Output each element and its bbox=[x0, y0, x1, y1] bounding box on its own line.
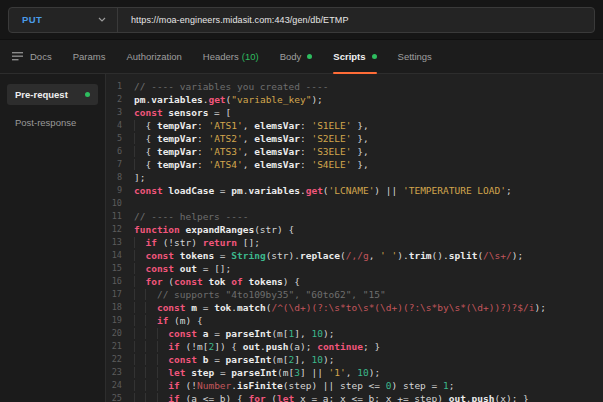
line-number: 20 bbox=[106, 327, 122, 340]
line-number: 13 bbox=[106, 236, 122, 249]
code-text: { tempVar: 'ATS1', elemsVar: 'S1ELE' }, bbox=[134, 119, 369, 132]
code-line: 23 let step = parseInt(m[3] || '1', 10); bbox=[106, 366, 603, 379]
line-number: 4 bbox=[106, 119, 122, 132]
line-number: 21 bbox=[106, 340, 122, 353]
green-dot-indicator bbox=[372, 54, 377, 59]
code-line: 3const sensors = [ bbox=[106, 106, 603, 119]
code-editor[interactable]: 1// ---- variables you created ----2pm.v… bbox=[106, 74, 603, 402]
line-number: 7 bbox=[106, 158, 122, 171]
method-selector[interactable]: PUT bbox=[9, 8, 117, 32]
line-number: 14 bbox=[106, 249, 122, 262]
line-number: 25 bbox=[106, 392, 122, 402]
code-line: 20 const a = parseInt(m[1], 10); bbox=[106, 327, 603, 340]
green-dot-indicator bbox=[307, 54, 312, 59]
line-number: 6 bbox=[106, 145, 122, 158]
tab-params[interactable]: Params bbox=[73, 40, 106, 73]
code-line: 5 { tempVar: 'ATS2', elemsVar: 'S2ELE' }… bbox=[106, 132, 603, 145]
code-text: const b = parseInt(m[2], 10); bbox=[134, 353, 334, 366]
docs-icon bbox=[12, 52, 23, 61]
scripts-sidebar: Pre-requestPost-response bbox=[0, 74, 106, 402]
code-text: const out = []; bbox=[134, 262, 231, 275]
line-number: 5 bbox=[106, 132, 122, 145]
tab-label: Authorization bbox=[126, 51, 181, 62]
line-number: 18 bbox=[106, 301, 122, 314]
scripts-panel: Pre-requestPost-response 1// ---- variab… bbox=[0, 74, 603, 402]
code-line: 14 const tokens = String(str).replace(/,… bbox=[106, 249, 603, 262]
sidebar-item-pre-request[interactable]: Pre-request bbox=[7, 84, 98, 105]
headers-count-badge: (10) bbox=[242, 51, 259, 62]
code-text: // ---- helpers ---- bbox=[134, 210, 248, 223]
line-number: 19 bbox=[106, 314, 122, 327]
code-line: 15 const out = []; bbox=[106, 262, 603, 275]
line-number: 12 bbox=[106, 223, 122, 236]
code-line: 9const loadCase = pm.variables.get('LCNA… bbox=[106, 184, 603, 197]
code-text: // ---- variables you created ---- bbox=[134, 80, 328, 93]
line-number: 24 bbox=[106, 379, 122, 392]
code-text: if (m) { bbox=[134, 314, 203, 327]
code-line: 6 { tempVar: 'ATS3', elemsVar: 'S3ELE' }… bbox=[106, 145, 603, 158]
code-line: 25 if (a <= b) { for (let x = a; x <= b;… bbox=[106, 392, 603, 402]
code-text: if (!Number.isFinite(step) || step <= 0)… bbox=[134, 379, 454, 392]
code-text: { tempVar: 'ATS4', elemsVar: 'S4ELE' }, bbox=[134, 158, 369, 171]
code-text: if (a <= b) { for (let x = a; x <= b; x … bbox=[134, 392, 529, 402]
tab-scripts[interactable]: Scripts bbox=[333, 40, 376, 73]
line-number: 1 bbox=[106, 80, 122, 93]
code-line: 1// ---- variables you created ---- bbox=[106, 80, 603, 93]
code-line: 8]; bbox=[106, 171, 603, 184]
code-text: if (!m[2]) { out.push(a); continue; } bbox=[134, 340, 380, 353]
code-text: const tokens = String(str).replace(/,/g,… bbox=[134, 249, 523, 262]
code-text: ]; bbox=[134, 171, 145, 184]
postman-window: PUT https://moa-engineers.midasit.com:44… bbox=[0, 0, 603, 402]
code-line: 7 { tempVar: 'ATS4', elemsVar: 'S4ELE' }… bbox=[106, 158, 603, 171]
line-number: 22 bbox=[106, 353, 122, 366]
code-line: 11// ---- helpers ---- bbox=[106, 210, 603, 223]
url-input[interactable]: https://moa-engineers.midasit.com:443/ge… bbox=[118, 15, 594, 25]
code-text: if (!str) return []; bbox=[134, 236, 260, 249]
tab-docs[interactable]: Docs bbox=[12, 40, 52, 73]
line-number: 11 bbox=[106, 210, 122, 223]
code-text: pm.variables.get("variable_key"); bbox=[134, 93, 323, 106]
code-text: const loadCase = pm.variables.get('LCNAM… bbox=[134, 184, 512, 197]
request-bar: PUT https://moa-engineers.midasit.com:44… bbox=[8, 7, 595, 33]
code-text: for (const tok of tokens) { bbox=[134, 275, 300, 288]
code-line: 16 for (const tok of tokens) { bbox=[106, 275, 603, 288]
line-number: 3 bbox=[106, 106, 122, 119]
tab-label: Scripts bbox=[333, 51, 365, 62]
code-line: 10 bbox=[106, 197, 603, 210]
code-line: 19 if (m) { bbox=[106, 314, 603, 327]
code-line: 17 // supports "4to109by35", "60to62", "… bbox=[106, 288, 603, 301]
code-text: const m = tok.match(/^(\d+)(?:\s*to\s*(\… bbox=[134, 301, 546, 314]
code-text: const a = parseInt(m[1], 10); bbox=[134, 327, 334, 340]
code-line: 24 if (!Number.isFinite(step) || step <=… bbox=[106, 379, 603, 392]
sidebar-item-label: Post-response bbox=[15, 117, 76, 128]
line-number: 9 bbox=[106, 184, 122, 197]
code-text: let step = parseInt(m[3] || '1', 10); bbox=[134, 366, 380, 379]
line-number: 15 bbox=[106, 262, 122, 275]
code-line: 22 const b = parseInt(m[2], 10); bbox=[106, 353, 603, 366]
sidebar-item-label: Pre-request bbox=[15, 89, 68, 100]
tab-authorization[interactable]: Authorization bbox=[126, 40, 181, 73]
tab-settings[interactable]: Settings bbox=[398, 40, 432, 73]
line-number: 17 bbox=[106, 288, 122, 301]
code-line: 2pm.variables.get("variable_key"); bbox=[106, 93, 603, 106]
request-tab-bar: DocsParamsAuthorizationHeaders(10)BodySc… bbox=[0, 40, 603, 74]
code-line: 4 { tempVar: 'ATS1', elemsVar: 'S1ELE' }… bbox=[106, 119, 603, 132]
sidebar-item-post-response[interactable]: Post-response bbox=[7, 112, 98, 133]
code-text: { tempVar: 'ATS2', elemsVar: 'S2ELE' }, bbox=[134, 132, 369, 145]
tab-headers[interactable]: Headers(10) bbox=[203, 40, 259, 73]
code-text: // supports "4to109by35", "60to62", "15" bbox=[134, 288, 386, 301]
code-text: function expandRanges(str) { bbox=[134, 223, 294, 236]
tab-label: Params bbox=[73, 51, 106, 62]
method-label: PUT bbox=[22, 14, 42, 25]
code-line: 13 if (!str) return []; bbox=[106, 236, 603, 249]
tab-body[interactable]: Body bbox=[280, 40, 313, 73]
green-dot-indicator bbox=[85, 92, 90, 97]
code-text: const sensors = [ bbox=[134, 106, 231, 119]
code-text: { tempVar: 'ATS3', elemsVar: 'S3ELE' }, bbox=[134, 145, 369, 158]
line-number: 23 bbox=[106, 366, 122, 379]
code-line: 21 if (!m[2]) { out.push(a); continue; } bbox=[106, 340, 603, 353]
request-url-bar: PUT https://moa-engineers.midasit.com:44… bbox=[0, 0, 603, 40]
line-number: 16 bbox=[106, 275, 122, 288]
line-number: 10 bbox=[106, 197, 122, 210]
code-editor-lines: 1// ---- variables you created ----2pm.v… bbox=[106, 74, 603, 402]
